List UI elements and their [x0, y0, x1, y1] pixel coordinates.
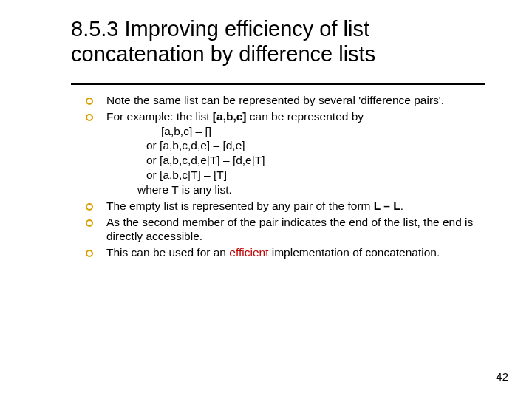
bullet-text-mid: can be represented by	[247, 110, 364, 123]
bullet-item: The empty list is represented by any pai…	[86, 199, 485, 214]
bullet-item: This can be used for an efficient implem…	[86, 245, 485, 260]
efficient-word: efficient	[229, 246, 268, 259]
or-prefix: or	[146, 168, 160, 181]
bullet-item: For example: the list [a,b,c] can be rep…	[86, 109, 485, 197]
bullet-item: As the second member of the pair indicat…	[86, 215, 485, 245]
title-rule	[71, 83, 485, 85]
bullet-text-tail: .	[400, 200, 403, 212]
title-block: 8.5.3 Improving efficiency of list conca…	[71, 16, 485, 66]
bullet-text-lead: For example: the list	[106, 110, 213, 123]
example-line: or [a,b,c|T] – [T]	[106, 168, 485, 183]
bullet-bold: [a,b,c]	[213, 110, 247, 123]
bullet-marker-icon	[86, 203, 93, 211]
slide-title: 8.5.3 Improving efficiency of list conca…	[71, 16, 485, 66]
example-expr: [a,b,c,d,e|T] – [d,e|T]	[160, 154, 265, 166]
slide: 8.5.3 Improving efficiency of list conca…	[0, 0, 532, 399]
bullet-bold: L – L	[374, 200, 400, 212]
bullet-marker-icon	[86, 219, 93, 227]
example-expr: [a,b,c,d,e] – [d,e]	[160, 139, 245, 151]
bullet-text-lead: The empty list is represented by any pai…	[106, 200, 374, 212]
example-line: or [a,b,c,d,e] – [d,e]	[106, 138, 485, 153]
page-number: 42	[496, 370, 508, 383]
example-expr: [a,b,c|T] – [T]	[160, 168, 227, 181]
where-line: where T is any list.	[106, 183, 485, 197]
bullet-text: As the second member of the pair indicat…	[106, 216, 473, 243]
bullet-text-tail: implementation of concatenation.	[268, 246, 440, 259]
bullet-item: Note the same list can be represented by…	[86, 93, 485, 108]
example-line: or [a,b,c,d,e|T] – [d,e|T]	[106, 153, 485, 168]
bullet-text: Note the same list can be represented by…	[106, 94, 444, 106]
bullet-marker-icon	[86, 250, 93, 257]
or-prefix: or	[146, 154, 160, 166]
example-line: [a,b,c] – []	[106, 124, 485, 139]
bullet-list: Note the same list can be represented by…	[86, 93, 485, 260]
or-prefix: or	[146, 139, 160, 151]
bullet-marker-icon	[86, 98, 93, 105]
bullet-text-lead: This can be used for an	[106, 246, 229, 259]
body-block: Note the same list can be represented by…	[86, 93, 485, 262]
bullet-marker-icon	[86, 114, 93, 121]
